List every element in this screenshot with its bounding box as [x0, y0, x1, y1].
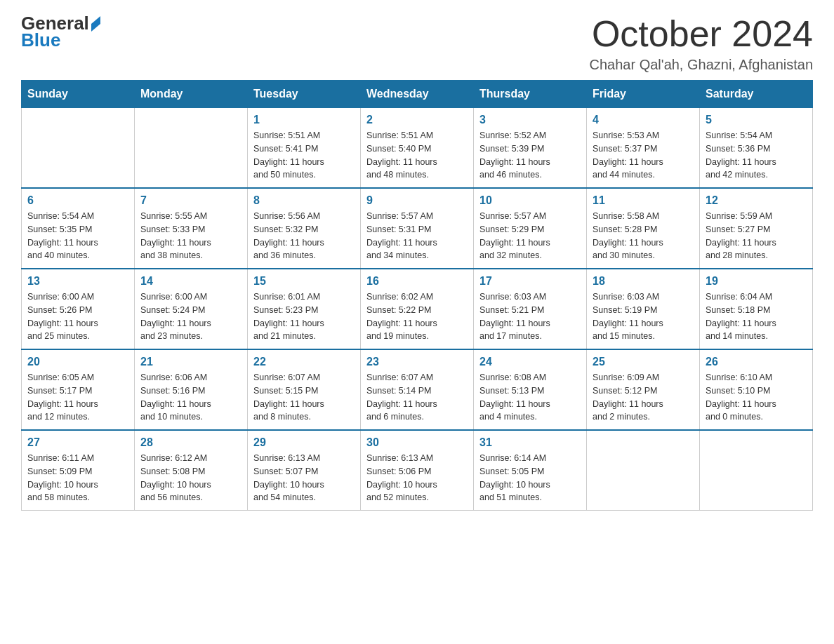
calendar-cell: 25Sunrise: 6:09 AM Sunset: 5:12 PM Dayli…: [587, 349, 700, 430]
day-info: Sunrise: 5:53 AM Sunset: 5:37 PM Dayligh…: [593, 129, 694, 182]
day-number: 19: [706, 275, 807, 288]
week-row-4: 20Sunrise: 6:05 AM Sunset: 5:17 PM Dayli…: [22, 349, 813, 430]
day-number: 1: [253, 114, 355, 126]
day-number: 18: [593, 275, 694, 288]
calendar-cell: 16Sunrise: 6:02 AM Sunset: 5:22 PM Dayli…: [361, 269, 474, 349]
day-number: 12: [706, 194, 807, 207]
month-title: October 2024: [590, 14, 813, 54]
calendar-table: SundayMondayTuesdayWednesdayThursdayFrid…: [21, 80, 813, 511]
day-info: Sunrise: 5:57 AM Sunset: 5:31 PM Dayligh…: [366, 210, 468, 262]
page-header: General Blue October 2024 Chahar Qal'ah,…: [21, 14, 813, 73]
calendar-cell: 31Sunrise: 6:14 AM Sunset: 5:05 PM Dayli…: [474, 430, 587, 511]
calendar-cell: 3Sunrise: 5:52 AM Sunset: 5:39 PM Daylig…: [474, 108, 587, 189]
day-number: 27: [27, 436, 128, 449]
day-info: Sunrise: 6:08 AM Sunset: 5:13 PM Dayligh…: [479, 371, 581, 424]
day-info: Sunrise: 6:01 AM Sunset: 5:23 PM Dayligh…: [253, 290, 355, 343]
day-number: 29: [253, 436, 355, 449]
calendar-cell: 28Sunrise: 6:12 AM Sunset: 5:08 PM Dayli…: [135, 430, 248, 511]
calendar-cell: 20Sunrise: 6:05 AM Sunset: 5:17 PM Dayli…: [22, 349, 135, 430]
week-row-3: 13Sunrise: 6:00 AM Sunset: 5:26 PM Dayli…: [22, 269, 813, 349]
day-number: 20: [27, 356, 128, 368]
day-number: 25: [593, 356, 694, 368]
day-info: Sunrise: 6:13 AM Sunset: 5:06 PM Dayligh…: [366, 452, 468, 504]
week-row-2: 6Sunrise: 5:54 AM Sunset: 5:35 PM Daylig…: [22, 188, 813, 269]
day-info: Sunrise: 5:51 AM Sunset: 5:40 PM Dayligh…: [366, 129, 468, 182]
day-info: Sunrise: 6:09 AM Sunset: 5:12 PM Dayligh…: [593, 371, 694, 424]
day-info: Sunrise: 6:02 AM Sunset: 5:22 PM Dayligh…: [366, 290, 468, 343]
day-info: Sunrise: 5:54 AM Sunset: 5:35 PM Dayligh…: [27, 210, 128, 262]
day-number: 28: [140, 436, 241, 449]
weekday-header-wednesday: Wednesday: [361, 81, 474, 108]
day-info: Sunrise: 5:58 AM Sunset: 5:28 PM Dayligh…: [593, 210, 694, 262]
day-info: Sunrise: 6:12 AM Sunset: 5:08 PM Dayligh…: [140, 452, 241, 504]
day-number: 11: [593, 194, 694, 207]
calendar-cell: 10Sunrise: 5:57 AM Sunset: 5:29 PM Dayli…: [474, 188, 587, 269]
day-number: 21: [140, 356, 241, 368]
day-number: 13: [27, 275, 128, 288]
day-number: 8: [253, 194, 355, 207]
day-info: Sunrise: 6:05 AM Sunset: 5:17 PM Dayligh…: [27, 371, 128, 424]
weekday-header-row: SundayMondayTuesdayWednesdayThursdayFrid…: [22, 81, 813, 108]
weekday-header-friday: Friday: [587, 81, 700, 108]
day-number: 6: [27, 194, 128, 207]
calendar-cell: 7Sunrise: 5:55 AM Sunset: 5:33 PM Daylig…: [135, 188, 248, 269]
calendar-cell: 11Sunrise: 5:58 AM Sunset: 5:28 PM Dayli…: [587, 188, 700, 269]
day-number: 15: [253, 275, 355, 288]
calendar-cell: 27Sunrise: 6:11 AM Sunset: 5:09 PM Dayli…: [22, 430, 135, 511]
day-info: Sunrise: 6:07 AM Sunset: 5:14 PM Dayligh…: [366, 371, 468, 424]
day-info: Sunrise: 5:59 AM Sunset: 5:27 PM Dayligh…: [706, 210, 807, 262]
day-info: Sunrise: 5:56 AM Sunset: 5:32 PM Dayligh…: [253, 210, 355, 262]
day-number: 14: [140, 275, 241, 288]
calendar-cell: [135, 108, 248, 189]
calendar-cell: 6Sunrise: 5:54 AM Sunset: 5:35 PM Daylig…: [22, 188, 135, 269]
calendar-cell: 12Sunrise: 5:59 AM Sunset: 5:27 PM Dayli…: [700, 188, 813, 269]
day-number: 23: [366, 356, 468, 368]
calendar-cell: 14Sunrise: 6:00 AM Sunset: 5:24 PM Dayli…: [135, 269, 248, 349]
calendar-cell: 19Sunrise: 6:04 AM Sunset: 5:18 PM Dayli…: [700, 269, 813, 349]
logo: General Blue: [21, 14, 100, 49]
calendar-cell: 13Sunrise: 6:00 AM Sunset: 5:26 PM Dayli…: [22, 269, 135, 349]
calendar-cell: [587, 430, 700, 511]
calendar-cell: 17Sunrise: 6:03 AM Sunset: 5:21 PM Dayli…: [474, 269, 587, 349]
day-number: 24: [479, 356, 581, 368]
day-number: 2: [366, 114, 468, 126]
day-info: Sunrise: 5:55 AM Sunset: 5:33 PM Dayligh…: [140, 210, 241, 262]
weekday-header-monday: Monday: [135, 81, 248, 108]
day-number: 16: [366, 275, 468, 288]
day-number: 3: [479, 114, 581, 126]
day-number: 10: [479, 194, 581, 207]
day-info: Sunrise: 6:10 AM Sunset: 5:10 PM Dayligh…: [706, 371, 807, 424]
calendar-cell: [22, 108, 135, 189]
calendar-cell: 9Sunrise: 5:57 AM Sunset: 5:31 PM Daylig…: [361, 188, 474, 269]
day-number: 31: [479, 436, 581, 449]
day-info: Sunrise: 6:13 AM Sunset: 5:07 PM Dayligh…: [253, 452, 355, 504]
calendar-cell: 18Sunrise: 6:03 AM Sunset: 5:19 PM Dayli…: [587, 269, 700, 349]
calendar-cell: 29Sunrise: 6:13 AM Sunset: 5:07 PM Dayli…: [248, 430, 361, 511]
day-info: Sunrise: 5:52 AM Sunset: 5:39 PM Dayligh…: [479, 129, 581, 182]
day-number: 17: [479, 275, 581, 288]
weekday-header-thursday: Thursday: [474, 81, 587, 108]
day-number: 26: [706, 356, 807, 368]
logo-blue-text: Blue: [21, 29, 60, 51]
day-info: Sunrise: 6:03 AM Sunset: 5:19 PM Dayligh…: [593, 290, 694, 343]
calendar-cell: 5Sunrise: 5:54 AM Sunset: 5:36 PM Daylig…: [700, 108, 813, 189]
day-number: 7: [140, 194, 241, 207]
calendar-cell: 23Sunrise: 6:07 AM Sunset: 5:14 PM Dayli…: [361, 349, 474, 430]
week-row-5: 27Sunrise: 6:11 AM Sunset: 5:09 PM Dayli…: [22, 430, 813, 511]
weekday-header-sunday: Sunday: [22, 81, 135, 108]
day-info: Sunrise: 6:00 AM Sunset: 5:26 PM Dayligh…: [27, 290, 128, 343]
calendar-cell: 26Sunrise: 6:10 AM Sunset: 5:10 PM Dayli…: [700, 349, 813, 430]
week-row-1: 1Sunrise: 5:51 AM Sunset: 5:41 PM Daylig…: [22, 108, 813, 189]
day-info: Sunrise: 6:06 AM Sunset: 5:16 PM Dayligh…: [140, 371, 241, 424]
day-number: 4: [593, 114, 694, 126]
calendar-cell: 4Sunrise: 5:53 AM Sunset: 5:37 PM Daylig…: [587, 108, 700, 189]
calendar-cell: 22Sunrise: 6:07 AM Sunset: 5:15 PM Dayli…: [248, 349, 361, 430]
day-info: Sunrise: 5:54 AM Sunset: 5:36 PM Dayligh…: [706, 129, 807, 182]
calendar-cell: 30Sunrise: 6:13 AM Sunset: 5:06 PM Dayli…: [361, 430, 474, 511]
calendar-cell: 24Sunrise: 6:08 AM Sunset: 5:13 PM Dayli…: [474, 349, 587, 430]
day-number: 9: [366, 194, 468, 207]
day-info: Sunrise: 6:03 AM Sunset: 5:21 PM Dayligh…: [479, 290, 581, 343]
calendar-cell: 2Sunrise: 5:51 AM Sunset: 5:40 PM Daylig…: [361, 108, 474, 189]
day-info: Sunrise: 5:51 AM Sunset: 5:41 PM Dayligh…: [253, 129, 355, 182]
day-number: 30: [366, 436, 468, 449]
